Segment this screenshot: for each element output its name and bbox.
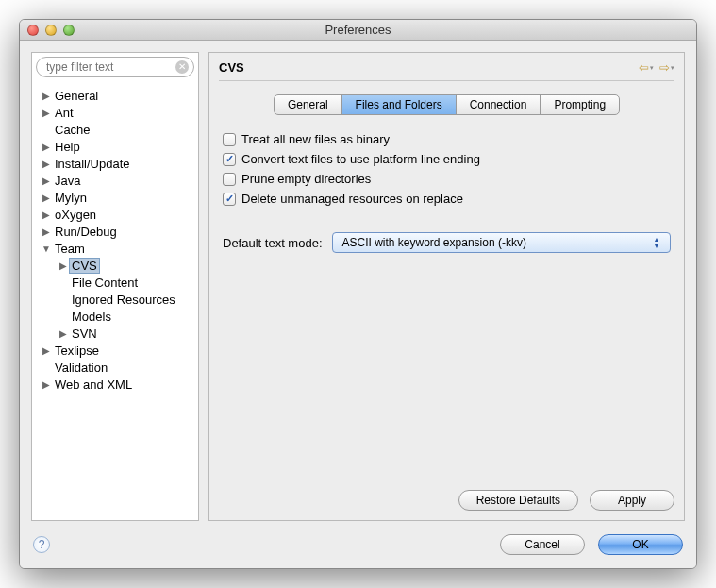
tree-item-label: Ignored Resources [70,293,177,307]
search-wrap: ✕ [32,53,198,81]
tree-item-label: oXygen [53,208,98,222]
tree-item[interactable]: ▶Help [36,138,194,155]
close-icon[interactable] [27,25,39,36]
window-title: Preferences [20,23,696,37]
window-body: ✕ ▶General▶AntCache▶Help▶Install/Update▶… [20,41,696,568]
preference-tree[interactable]: ▶General▶AntCache▶Help▶Install/Update▶Ja… [32,81,198,520]
checkbox-label: Convert text files to use platform line … [241,152,480,166]
tree-item-label: CVS [70,259,99,273]
preferences-window: Preferences ✕ ▶General▶AntCache▶Help▶Ins… [19,19,697,569]
tree-item[interactable]: ▼Team [36,240,194,257]
disclosure-icon[interactable]: ▼ [40,244,53,254]
tab-bar: GeneralFiles and FoldersConnectionPrompt… [219,94,674,115]
checkbox-group: Treat all new files as binaryConvert tex… [219,126,674,211]
disclosure-icon[interactable]: ▶ [57,260,70,271]
disclosure-icon[interactable]: ▶ [40,159,53,169]
default-text-mode-row: Default text mode: ASCII with keyword ex… [219,232,674,253]
tree-item-label: Java [53,174,82,188]
zoom-icon[interactable] [63,25,75,36]
select-stepper-icon: ▲▼ [649,237,664,249]
tab-row: GeneralFiles and FoldersConnectionPrompt… [274,94,620,115]
checkbox-row: Delete unmanaged resources on replace [223,192,671,206]
checkbox-label: Delete unmanaged resources on replace [241,192,463,206]
restore-defaults-button[interactable]: Restore Defaults [458,490,578,511]
window-controls [27,25,75,36]
disclosure-icon[interactable]: ▶ [40,108,53,118]
tree-item[interactable]: ▶General [36,87,194,104]
tab-connection[interactable]: Connection [457,95,541,114]
tree-item-label: Help [53,140,82,154]
tree-item-label: Mylyn [53,191,89,205]
tree-item[interactable]: ▶Ant [36,104,194,121]
tab-general[interactable]: General [275,95,342,114]
tree-item[interactable]: Cache [36,121,194,138]
tree-item-label: Ant [53,106,75,120]
back-button[interactable]: ⇦▾ [639,60,654,75]
disclosure-icon[interactable]: ▶ [40,210,53,220]
content-panel: CVS ⇦▾ ⇨▾ GeneralFiles and FoldersConnec… [208,52,685,521]
page-buttons: Restore Defaults Apply [219,480,674,511]
checkbox-label: Treat all new files as binary [241,132,390,146]
ok-button[interactable]: OK [598,534,683,555]
cancel-button[interactable]: Cancel [500,534,585,555]
disclosure-icon[interactable]: ▶ [40,176,53,186]
minimize-icon[interactable] [45,25,57,36]
sidebar: ✕ ▶General▶AntCache▶Help▶Install/Update▶… [31,52,199,521]
disclosure-icon[interactable]: ▶ [40,379,53,390]
mode-select[interactable]: ASCII with keyword expansion (-kkv) ▲▼ [332,232,672,253]
disclosure-icon[interactable]: ▶ [40,91,53,101]
tree-item-label: Models [70,310,113,324]
tree-item-label: Cache [53,123,92,137]
checkbox[interactable] [223,153,236,166]
checkbox-row: Treat all new files as binary [223,132,671,146]
footer-buttons: Cancel OK [500,534,683,555]
titlebar: Preferences [20,20,696,41]
tree-item[interactable]: ▶Texlipse [36,342,194,359]
clear-icon[interactable]: ✕ [175,60,189,74]
checkbox[interactable] [223,193,236,206]
content-header: CVS ⇦▾ ⇨▾ [219,60,674,81]
tree-item[interactable]: File Content [36,274,194,291]
apply-button[interactable]: Apply [590,490,674,511]
tree-item[interactable]: Ignored Resources [36,291,194,308]
tree-item-label: Validation [53,361,109,375]
tree-item[interactable]: ▶Java [36,172,194,189]
disclosure-icon[interactable]: ▶ [40,227,53,237]
tree-item-label: Install/Update [53,157,132,171]
mode-value: ASCII with keyword expansion (-kkv) [342,236,526,249]
tree-item[interactable]: ▶Web and XML [36,376,194,393]
nav-arrows: ⇦▾ ⇨▾ [639,60,674,75]
tree-item[interactable]: ▶Run/Debug [36,223,194,240]
checkbox-row: Convert text files to use platform line … [223,152,671,166]
tree-item[interactable]: ▶oXygen [36,206,194,223]
disclosure-icon[interactable]: ▶ [57,328,70,339]
tree-item[interactable]: Models [36,308,194,325]
tree-item-label: Run/Debug [53,225,119,239]
checkbox-row: Prune empty directories [223,172,671,186]
tree-item-label: Texlipse [53,344,101,358]
forward-button[interactable]: ⇨▾ [659,60,674,75]
tab-prompting[interactable]: Prompting [541,95,619,114]
tree-item-label: Team [53,242,87,256]
help-icon[interactable]: ? [33,536,50,553]
tree-item[interactable]: ▶CVS [36,257,194,274]
tree-item[interactable]: ▶Mylyn [36,189,194,206]
dialog-footer: ? Cancel OK [20,527,696,568]
tree-item[interactable]: Validation [36,359,194,376]
tab-files-and-folders[interactable]: Files and Folders [342,95,457,114]
mode-label: Default text mode: [223,236,323,250]
tree-item-label: General [53,89,100,103]
disclosure-icon[interactable]: ▶ [40,345,53,356]
tree-item-label: File Content [70,276,140,290]
page-title: CVS [219,60,244,75]
checkbox[interactable] [223,133,236,146]
tree-item-label: Web and XML [53,378,134,392]
checkbox[interactable] [223,173,236,186]
tree-item-label: SVN [70,327,99,341]
tree-item[interactable]: ▶Install/Update [36,155,194,172]
filter-input[interactable] [36,57,194,77]
disclosure-icon[interactable]: ▶ [40,142,53,152]
main-split: ✕ ▶General▶AntCache▶Help▶Install/Update▶… [20,41,696,527]
tree-item[interactable]: ▶SVN [36,325,194,342]
disclosure-icon[interactable]: ▶ [40,193,53,203]
